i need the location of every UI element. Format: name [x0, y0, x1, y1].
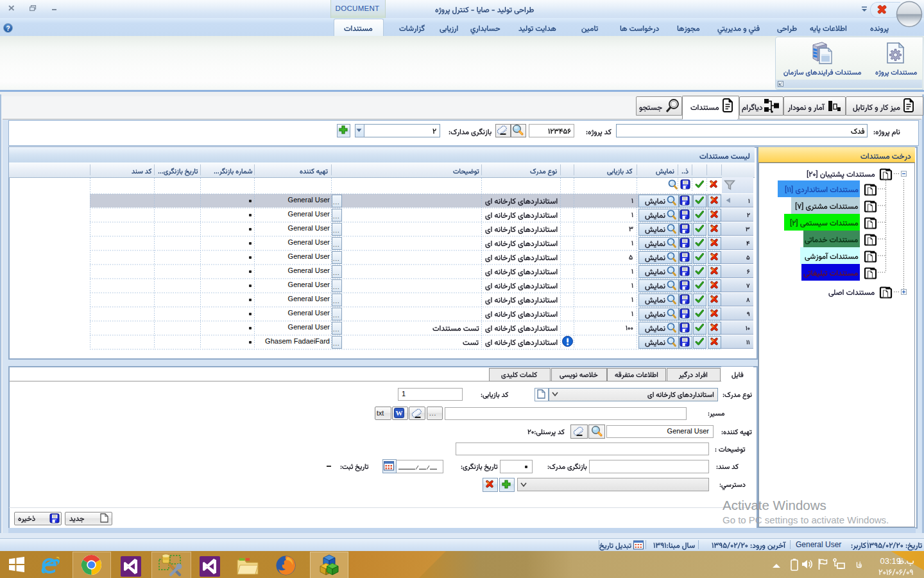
svg-text:W: W: [396, 409, 403, 417]
